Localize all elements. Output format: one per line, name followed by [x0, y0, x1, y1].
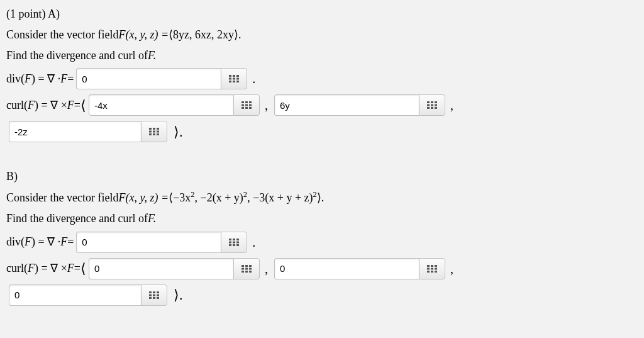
keypad-icon: [427, 101, 437, 109]
equation-editor-button[interactable]: [221, 232, 247, 253]
svg-rect-6: [229, 81, 231, 82]
svg-rect-59: [435, 268, 437, 269]
partB-div-input[interactable]: [76, 232, 221, 253]
svg-rect-7: [233, 81, 235, 82]
partA-div-input[interactable]: [76, 68, 221, 89]
svg-rect-21: [427, 104, 430, 106]
partB-div-input-group: [76, 232, 247, 253]
commaB2: ,: [450, 259, 453, 279]
equation-editor-button[interactable]: [419, 258, 445, 279]
partB-curl-k-group: [9, 284, 167, 306]
svg-rect-54: [427, 265, 430, 267]
svg-rect-8: [236, 81, 239, 82]
svg-rect-43: [233, 244, 235, 246]
partA-curl-k-input[interactable]: [9, 121, 141, 142]
svg-rect-45: [242, 265, 244, 267]
svg-rect-41: [236, 241, 239, 243]
svg-rect-32: [157, 131, 159, 133]
partA-consider-prefix: Consider the vector field: [6, 26, 118, 44]
partA-consider: Consider the vector field F(x, y, z) = ⟨…: [6, 26, 638, 44]
commaB1: ,: [265, 259, 268, 279]
F-italic: F.: [148, 47, 156, 65]
svg-rect-65: [157, 291, 159, 293]
partB-curl-i-group: [89, 258, 260, 279]
partB-find-line: Find the divergence and curl of F.: [6, 210, 638, 228]
equation-editor-button[interactable]: [141, 284, 167, 306]
FB-italic: F.: [148, 210, 156, 228]
divB-period: .: [252, 232, 255, 252]
svg-rect-60: [427, 271, 430, 273]
divB-F: F: [25, 233, 31, 251]
svg-rect-51: [242, 271, 244, 273]
svg-rect-66: [149, 294, 152, 296]
svg-rect-34: [153, 133, 155, 135]
svg-rect-35: [157, 133, 159, 135]
curlB-F2: F: [67, 259, 74, 278]
svg-rect-48: [242, 268, 244, 269]
equation-editor-button[interactable]: [233, 258, 260, 279]
curl-F: F: [28, 96, 35, 115]
svg-rect-68: [157, 294, 159, 296]
svg-rect-50: [249, 268, 252, 269]
divB-F2: F: [60, 233, 67, 251]
div-label-after: =: [67, 70, 74, 88]
partA-curl-line: curl( F ) = ∇ × F = ⟨ ,: [6, 93, 638, 117]
svg-rect-62: [435, 271, 437, 273]
partB-curl-line: curl( F ) = ∇ × F = ⟨ ,: [6, 257, 638, 281]
div-label-mid: ) = ∇ ·: [31, 70, 60, 88]
tup-a: ⟨−3x: [169, 191, 191, 204]
svg-rect-57: [427, 268, 430, 269]
curlB-prefix: curl(: [6, 259, 28, 278]
tup-end: ⟩.: [317, 191, 325, 204]
keypad-icon: [229, 239, 239, 246]
svg-rect-15: [242, 107, 244, 109]
rangle: ⟩.: [174, 121, 183, 143]
partB-curl-k-input[interactable]: [9, 284, 141, 306]
svg-rect-11: [249, 101, 252, 103]
partB-curl-i-input[interactable]: [89, 258, 233, 279]
svg-rect-29: [157, 128, 159, 130]
partA-curl-j-input[interactable]: [274, 94, 419, 116]
partB-curl-j-group: [274, 258, 445, 279]
svg-rect-42: [229, 244, 231, 246]
divB-after: =: [67, 233, 74, 251]
partA-div-line: div( F ) = ∇ · F = .: [6, 67, 638, 91]
partB-find-text: Find the divergence and curl of: [6, 210, 148, 228]
partA-F-tuple: ⟨8yz, 6xz, 2xy⟩.: [169, 26, 241, 44]
svg-rect-71: [157, 297, 159, 299]
partA-curl-i-group: [89, 94, 260, 116]
svg-rect-69: [149, 297, 152, 299]
div-label-prefix: div(: [6, 70, 25, 88]
svg-rect-16: [245, 107, 248, 109]
keypad-icon: [242, 101, 252, 109]
divB-mid: ) = ∇ ·: [31, 233, 60, 251]
partB-F-tuple: ⟨−3x2, −2(x + y)2, −3(x + y + z)2⟩.: [169, 188, 324, 207]
svg-rect-13: [245, 104, 248, 106]
equation-editor-button[interactable]: [221, 68, 247, 89]
svg-rect-23: [435, 104, 437, 106]
partA-find-line: Find the divergence and curl of F.: [6, 47, 638, 65]
svg-rect-49: [245, 268, 248, 269]
equation-editor-button[interactable]: [419, 94, 445, 116]
svg-rect-17: [249, 107, 252, 109]
svg-rect-3: [229, 78, 231, 80]
partA-curl-i-input[interactable]: [89, 94, 233, 116]
equation-editor-button[interactable]: [141, 121, 167, 142]
svg-rect-33: [149, 133, 152, 135]
partB-header: B): [6, 167, 638, 186]
div-F2: F: [60, 70, 67, 88]
partB-div-line: div( F ) = ∇ · F = .: [6, 230, 638, 254]
langle: ⟨: [80, 94, 86, 116]
partB-curl-j-input[interactable]: [274, 258, 419, 279]
F-prefix: F(x, y, z) =: [118, 28, 169, 41]
svg-rect-39: [229, 241, 231, 243]
equation-editor-button[interactable]: [233, 94, 260, 116]
svg-rect-44: [236, 244, 239, 246]
partA-curl-j-group: [274, 94, 445, 116]
keypad-icon: [149, 291, 159, 299]
svg-rect-55: [431, 265, 433, 267]
comma1: ,: [265, 95, 268, 115]
svg-rect-46: [245, 265, 248, 267]
svg-rect-1: [233, 75, 235, 77]
svg-rect-22: [431, 104, 433, 106]
